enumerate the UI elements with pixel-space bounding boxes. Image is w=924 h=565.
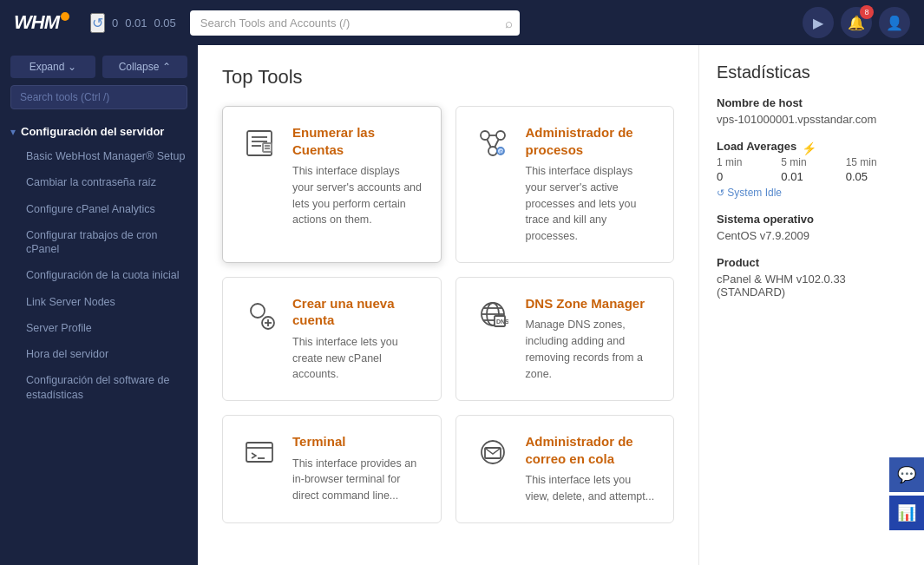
logo-dot <box>61 12 69 21</box>
svg-point-8 <box>496 131 505 140</box>
stat-os: Sistema operativo CentOS v7.9.2009 <box>717 213 907 242</box>
svg-text:DNS: DNS <box>496 319 508 325</box>
tool-name-procesos[interactable]: Administrador de procesos <box>526 124 657 158</box>
content-area: Top Tools <box>198 45 924 565</box>
main-content: Top Tools <box>198 45 698 565</box>
list-accounts-icon <box>240 124 279 162</box>
topbar: WHM ↺ 0 0.01 0.05 ⌕ ▶ 🔔 8 👤 <box>0 0 924 45</box>
load-label-row: Load Averages ⚡ <box>717 140 907 156</box>
sidebar-item-cpanel-analytics[interactable]: Configure cPanel Analytics <box>0 196 198 222</box>
hostname-label: Nombre de host <box>717 96 907 109</box>
mail-queue-icon <box>474 433 512 471</box>
expand-label: Expand <box>29 61 65 73</box>
create-account-icon <box>240 295 279 333</box>
tool-card-procesos[interactable]: ⚙ Administrador de procesos This interfa… <box>455 106 675 263</box>
load-values: 0 0.01 0.05 <box>717 170 907 183</box>
collapse-icon: ⌃ <box>162 61 171 73</box>
stat-hostname: Nombre de host vps-101000001.vpsstandar.… <box>717 96 907 126</box>
stats-title: Estadísticas <box>717 62 907 82</box>
tool-card-terminal[interactable]: Terminal This interface provides an in-b… <box>222 415 442 523</box>
search-input[interactable] <box>190 10 520 36</box>
system-idle-icon: ↺ <box>717 187 724 198</box>
chat-icon: 💬 <box>897 465 916 484</box>
top-tools-title: Top Tools <box>222 66 674 89</box>
media-icon: ▶ <box>813 15 823 31</box>
tool-name-dns[interactable]: DNS Zone Manager <box>526 295 657 312</box>
load-header-5min: 5 min <box>781 156 842 168</box>
sidebar-item-server-profile[interactable]: Server Profile <box>0 315 198 341</box>
system-idle-link[interactable]: ↺ System Idle <box>717 187 782 199</box>
logo: WHM <box>14 11 69 34</box>
svg-text:⚙: ⚙ <box>499 149 503 154</box>
media-button[interactable]: ▶ <box>803 7 834 38</box>
tool-card-nueva-cuenta[interactable]: Crear una nueva cuenta This interface le… <box>222 277 442 401</box>
svg-point-9 <box>488 147 497 155</box>
tool-desc-terminal: This interface provides an in-browser te… <box>292 456 423 504</box>
load-15min: 0.05 <box>154 16 176 30</box>
collapse-label: Collapse <box>119 61 160 73</box>
terminal-icon <box>240 433 279 471</box>
tool-desc-procesos: This interface displays your server's ac… <box>526 163 657 245</box>
os-label: Sistema operativo <box>717 213 907 226</box>
tool-desc-nueva-cuenta: This interface lets you create new cPane… <box>292 334 423 383</box>
load-1min: 0 <box>112 16 118 30</box>
bell-badge: 8 <box>860 5 874 19</box>
user-button[interactable]: 👤 <box>879 7 910 38</box>
chart-button[interactable]: 📊 <box>889 496 924 530</box>
collapse-button[interactable]: Collapse ⌃ <box>102 56 187 78</box>
tool-info-dns: DNS Zone Manager Manage DNS zones, inclu… <box>526 295 657 383</box>
chat-button[interactable]: 💬 <box>889 457 924 492</box>
search-bar[interactable]: ⌕ <box>190 10 520 36</box>
dns-zone-icon: DNS <box>474 295 512 333</box>
tool-info-correo: Administrador de correo en cola This int… <box>526 433 657 505</box>
right-actions: 💬 📊 <box>889 457 924 530</box>
search-submit-button[interactable]: ⌕ <box>505 16 513 30</box>
expand-button[interactable]: Expand ⌄ <box>10 56 95 78</box>
sidebar-item-link-server-nodes[interactable]: Link Server Nodes <box>0 289 198 315</box>
sidebar-item-cron-jobs[interactable]: Configurar trabajos de cron cPanel <box>0 222 198 263</box>
chart-icon: 📊 <box>897 503 916 522</box>
user-icon: 👤 <box>886 15 903 31</box>
load-headers: 1 min 5 min 15 min <box>717 156 907 168</box>
tool-name-correo[interactable]: Administrador de correo en cola <box>526 433 657 467</box>
section-arrow-icon: ▾ <box>10 126 16 138</box>
sidebar-item-server-time[interactable]: Hora del servidor <box>0 341 198 367</box>
load-header-1min: 1 min <box>717 156 777 168</box>
process-manager-icon: ⚙ <box>474 124 512 162</box>
tool-info-terminal: Terminal This interface provides an in-b… <box>292 433 423 505</box>
load-val-15min: 0.05 <box>846 170 907 183</box>
sidebar-item-quota-config[interactable]: Configuración de la cuota inicial <box>0 262 198 288</box>
tool-desc-dns: Manage DNS zones, including adding and r… <box>526 317 657 382</box>
system-idle-row: ↺ System Idle <box>717 185 907 199</box>
sidebar-item-change-root-pw[interactable]: Cambiar la contraseña raíz <box>0 169 198 195</box>
svg-rect-6 <box>265 148 270 149</box>
refresh-button[interactable]: ↺ <box>90 13 105 33</box>
load-header-15min: 15 min <box>846 156 907 168</box>
bell-button[interactable]: 🔔 8 <box>841 7 872 38</box>
os-value: CentOS v7.9.2009 <box>717 229 907 242</box>
tool-name-enumerar[interactable]: Enumerar las Cuentas <box>292 124 423 158</box>
tool-card-dns[interactable]: DNS DNS Zone Manager Manage DNS zones, i… <box>455 277 675 401</box>
sidebar-item-basic-setup[interactable]: Basic WebHost Manager® Setup <box>0 143 198 169</box>
tool-name-nueva-cuenta[interactable]: Crear una nueva cuenta <box>292 295 423 329</box>
logo-text: WHM <box>14 11 59 34</box>
tool-card-enumerar[interactable]: Enumerar las Cuentas This interface disp… <box>222 106 442 263</box>
expand-icon: ⌄ <box>68 61 76 73</box>
svg-rect-5 <box>265 145 270 147</box>
sidebar: Expand ⌄ Collapse ⌃ ▾ Configuración del … <box>0 45 198 565</box>
system-idle-label: System Idle <box>727 187 782 199</box>
svg-line-11 <box>487 139 491 148</box>
hostname-value: vps-101000001.vpsstandar.com <box>717 113 907 126</box>
sidebar-section-header[interactable]: ▾ Configuración del servidor <box>0 116 198 143</box>
load-icon: ⚡ <box>802 141 816 155</box>
product-value: cPanel & WHM v102.0.33 (STANDARD) <box>717 273 907 299</box>
tool-info-enumerar: Enumerar las Cuentas This interface disp… <box>292 124 423 245</box>
sidebar-item-stats-software[interactable]: Configuración del software de estadístic… <box>0 367 198 408</box>
sidebar-section-server-config: ▾ Configuración del servidor Basic WebHo… <box>0 116 198 408</box>
stat-product: Product cPanel & WHM v102.0.33 (STANDARD… <box>717 256 907 299</box>
tool-card-correo[interactable]: Administrador de correo en cola This int… <box>455 415 675 523</box>
sidebar-search-input[interactable] <box>10 85 187 109</box>
tool-name-terminal[interactable]: Terminal <box>292 433 423 450</box>
tool-info-nueva-cuenta: Crear una nueva cuenta This interface le… <box>292 295 423 383</box>
sidebar-section-title: Configuración del servidor <box>21 125 164 138</box>
